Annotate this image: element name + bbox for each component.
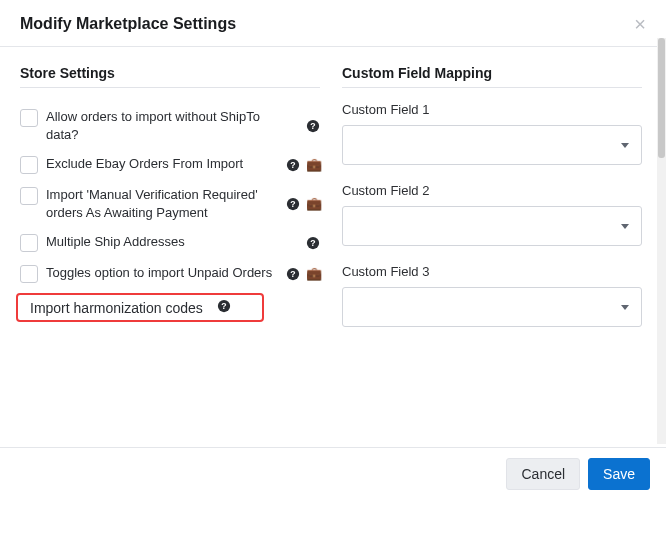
setting-checkbox[interactable] bbox=[20, 156, 38, 174]
suitcase-icon[interactable]: 💼 bbox=[306, 158, 320, 172]
custom-mapping-list: Custom Field 1Custom Field 2Custom Field… bbox=[342, 102, 642, 327]
setting-icons: ?💼 bbox=[286, 267, 320, 281]
setting-checkbox[interactable] bbox=[20, 109, 38, 127]
custom-field-block: Custom Field 2 bbox=[342, 183, 642, 246]
cancel-button[interactable]: Cancel bbox=[506, 458, 580, 490]
chevron-down-icon bbox=[621, 305, 629, 310]
modal: Modify Marketplace Settings × Store Sett… bbox=[0, 0, 666, 502]
highlighted-setting: Import harmonization codes? bbox=[16, 293, 264, 322]
custom-field-block: Custom Field 1 bbox=[342, 102, 642, 165]
custom-mapping-column: Custom Field Mapping Custom Field 1Custo… bbox=[342, 65, 642, 427]
setting-checkbox[interactable] bbox=[20, 234, 38, 252]
close-icon[interactable]: × bbox=[630, 10, 650, 38]
modal-footer: Cancel Save bbox=[0, 447, 666, 502]
setting-icons: ? bbox=[217, 299, 231, 316]
save-button[interactable]: Save bbox=[588, 458, 650, 490]
custom-field-select[interactable] bbox=[342, 125, 642, 165]
help-icon[interactable]: ? bbox=[286, 197, 300, 211]
help-icon[interactable]: ? bbox=[306, 119, 320, 133]
divider bbox=[20, 87, 320, 88]
custom-field-label: Custom Field 1 bbox=[342, 102, 642, 117]
svg-text:?: ? bbox=[290, 160, 295, 170]
chevron-down-icon bbox=[621, 224, 629, 229]
custom-field-select[interactable] bbox=[342, 206, 642, 246]
help-icon[interactable]: ? bbox=[306, 236, 320, 250]
store-settings-heading: Store Settings bbox=[20, 65, 320, 81]
suitcase-icon[interactable]: 💼 bbox=[306, 267, 320, 281]
setting-label: Multiple Ship Addresses bbox=[46, 233, 320, 251]
custom-field-label: Custom Field 3 bbox=[342, 264, 642, 279]
store-settings-list: Allow orders to import without ShipTo da… bbox=[20, 102, 320, 322]
setting-row: Import 'Manual Verification Required' or… bbox=[20, 180, 320, 227]
help-icon[interactable]: ? bbox=[217, 299, 231, 313]
setting-icons: ? bbox=[306, 119, 320, 133]
setting-label: Allow orders to import without ShipTo da… bbox=[46, 108, 320, 143]
scrollbar-thumb[interactable] bbox=[658, 38, 665, 158]
setting-icons: ?💼 bbox=[286, 158, 320, 172]
setting-row: Multiple Ship Addresses? bbox=[20, 227, 320, 258]
setting-icons: ? bbox=[306, 236, 320, 250]
setting-row: Exclude Ebay Orders From Import?💼 bbox=[20, 149, 320, 180]
setting-icons: ?💼 bbox=[286, 197, 320, 211]
divider bbox=[342, 87, 642, 88]
suitcase-icon[interactable]: 💼 bbox=[306, 197, 320, 211]
svg-text:?: ? bbox=[221, 301, 226, 311]
svg-text:?: ? bbox=[290, 199, 295, 209]
svg-text:?: ? bbox=[290, 269, 295, 279]
setting-label: Import 'Manual Verification Required' or… bbox=[46, 186, 320, 221]
setting-checkbox[interactable] bbox=[20, 187, 38, 205]
modal-header: Modify Marketplace Settings × bbox=[0, 0, 666, 47]
setting-checkbox[interactable] bbox=[20, 265, 38, 283]
modal-title: Modify Marketplace Settings bbox=[20, 15, 236, 33]
setting-label: Import harmonization codes bbox=[30, 300, 203, 316]
svg-text:?: ? bbox=[310, 238, 315, 248]
help-icon[interactable]: ? bbox=[286, 158, 300, 172]
custom-field-label: Custom Field 2 bbox=[342, 183, 642, 198]
setting-label: Toggles option to import Unpaid Orders bbox=[46, 264, 320, 282]
store-settings-column: Store Settings Allow orders to import wi… bbox=[20, 65, 320, 427]
custom-field-select[interactable] bbox=[342, 287, 642, 327]
setting-label: Exclude Ebay Orders From Import bbox=[46, 155, 320, 173]
modal-body: Store Settings Allow orders to import wi… bbox=[0, 47, 666, 447]
svg-text:?: ? bbox=[310, 121, 315, 131]
help-icon[interactable]: ? bbox=[286, 267, 300, 281]
setting-row: Toggles option to import Unpaid Orders?💼 bbox=[20, 258, 320, 289]
custom-mapping-heading: Custom Field Mapping bbox=[342, 65, 642, 81]
custom-field-block: Custom Field 3 bbox=[342, 264, 642, 327]
scrollbar[interactable] bbox=[657, 38, 666, 444]
chevron-down-icon bbox=[621, 143, 629, 148]
setting-row: Allow orders to import without ShipTo da… bbox=[20, 102, 320, 149]
